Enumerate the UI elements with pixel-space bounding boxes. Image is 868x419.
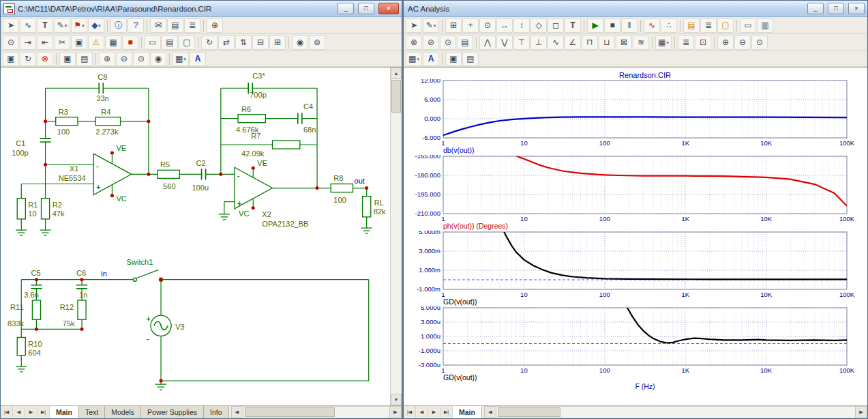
component-r8[interactable]: R8 100 [331,174,353,203]
restore-button[interactable]: □ [828,3,844,14]
clipboard-icon[interactable]: ▦▾ [655,35,672,50]
component-r5[interactable]: R5 560 [158,160,179,190]
scroll-left-button[interactable]: ◀ [231,406,243,418]
scroll-right-button[interactable]: ▶ [855,406,867,418]
close-button[interactable]: × [848,3,865,14]
frame-icon[interactable]: ▢ [179,35,195,50]
info-button[interactable]: ⓘ [110,18,127,33]
schematic-titlebar[interactable]: C:\MC11\DATA\Petrov\RIAA\Parasound\Renar… [1,1,402,17]
zoom-area-icon[interactable]: ⊕ [207,18,223,33]
svg-text:VC[interactable]: VC [239,210,249,218]
svg-text:VC[interactable]: VC [116,194,126,203]
component-menu-icon[interactable]: ◆▾ [88,18,104,33]
component-r4[interactable]: R4 2.273k [95,108,120,136]
tab-power-supplies[interactable]: Power Supplies [141,406,204,418]
component-c5[interactable]: C5 3.6n [24,269,42,299]
redraw-icon[interactable]: ↻ [20,52,36,66]
copy-icon[interactable]: ▣ [445,52,462,66]
minimize-button[interactable]: _ [338,3,354,14]
plot-gd-micro-label[interactable]: GD(v(out)) [443,373,867,382]
panel-icon[interactable]: ▭ [740,18,756,33]
component-r6[interactable]: R6 4.676k [236,105,265,134]
scrollbar-thumb[interactable] [391,80,401,113]
restore-button[interactable]: □ [358,3,374,14]
analysis-titlebar[interactable]: AC Analysis _ □ × [404,1,867,17]
performance-tag-icon[interactable]: ◇ [530,18,547,33]
list-icon[interactable]: ≣ [184,18,200,33]
graphics-menu-icon[interactable]: ✎▾ [423,18,439,33]
point-tag-icon[interactable]: ⊙ [479,18,496,33]
minimize-button[interactable]: _ [807,3,824,14]
shrink-icon[interactable]: ⊟ [252,35,269,50]
svg-text:VE[interactable]: VE [116,144,126,152]
flip-icon[interactable]: ⇅ [235,35,252,50]
numeric-output-icon[interactable]: ≣ [700,18,717,33]
animate-run-icon[interactable]: ⊙ [440,35,456,50]
font-button[interactable]: A [423,52,439,66]
last-tab-button[interactable]: ▶| [38,406,50,418]
next-tab-button[interactable]: ▶ [428,406,440,418]
scrollbar-thumb[interactable] [245,407,335,417]
step-into-icon[interactable]: ⇥ [20,35,36,50]
stop-icon[interactable]: ⊗ [37,52,53,66]
bottom-edge-icon[interactable]: ⊔ [599,35,615,50]
component-r2[interactable]: R2 47k [42,199,65,219]
plot-phase-canvas[interactable]: -165.000-180.000-195.000-210.0001101001K… [404,155,864,222]
scroll-up-button[interactable]: ▲ [391,68,402,79]
vertical-scrollbar[interactable]: ▲ ▼ [390,68,402,405]
new-page-icon[interactable]: ▭ [145,35,161,50]
component-rl[interactable]: RL 82k [363,197,386,217]
cut-icon[interactable]: ✂ [54,35,70,50]
find-next-icon[interactable]: ⊚ [309,35,325,50]
svg-text:VE[interactable]: VE [257,159,267,167]
tab-text[interactable]: Text [79,406,105,418]
reduce-data-icon[interactable]: ∿ [644,18,660,33]
wires[interactable] [21,88,368,381]
mirror-icon[interactable]: ⇄ [218,35,235,50]
plot-gd-micro-canvas[interactable]: 5.000u3.000u1.000u-1.000u-3.000u1101001K… [404,306,864,373]
plot-gd-milli-label[interactable]: GD(v(out)) [443,298,867,306]
scrollbar-track[interactable] [391,79,402,394]
page-list-icon[interactable]: ▤ [162,35,178,50]
paste-icon[interactable]: ▣ [71,35,87,50]
grid-dropdown-icon[interactable]: ▦▾ [406,52,422,66]
last-tab-button[interactable]: ▶| [440,406,453,418]
slope-icon[interactable]: ∠ [565,35,581,50]
watch-icon[interactable]: ▢ [717,18,734,33]
scrollbar-track[interactable] [496,406,855,418]
polygon-select-icon[interactable]: ◻ [548,18,564,33]
horizontal-tag-icon[interactable]: ↔ [496,18,513,33]
component-r1[interactable]: R1 10 [17,199,38,219]
color-icon[interactable]: ■ [122,35,138,50]
schematic-canvas[interactable]: C8 33n R3 100 R4 2.273k C1 100p - + [1,68,390,405]
prev-tab-button[interactable]: ◀ [416,406,428,418]
camera-icon[interactable]: ◉ [150,52,166,66]
report-icon[interactable]: ▤ [167,18,183,33]
scrollbar-track[interactable] [243,406,389,418]
horizontal-scrollbar[interactable]: ◀ ▶ [484,406,867,418]
valley-icon[interactable]: ⋁ [496,35,513,50]
prev-tab-button[interactable]: ◀ [13,406,25,418]
animate-stop-icon[interactable]: ⊗ [406,35,422,50]
step-over-icon[interactable]: ⇤ [37,35,53,50]
mail-icon[interactable]: ✉ [150,18,166,33]
select-tool[interactable]: ➤ [3,18,19,33]
component-c4[interactable]: C4 68n [298,102,316,134]
vertical-tag-icon[interactable]: ↕ [513,18,530,33]
curve-gd-v-out-[interactable] [500,231,847,279]
enable-icon[interactable]: ⊙ [3,35,19,50]
pause-button[interactable]: ‖ [621,18,638,33]
low-icon[interactable]: ⊥ [530,35,547,50]
animate-wait-icon[interactable]: ⊘ [423,35,439,50]
inflection-icon[interactable]: ∿ [548,35,564,50]
grid-icon[interactable]: ▦ [105,35,121,50]
graphics-tool[interactable]: ✎▾ [54,18,70,33]
next-tab-button[interactable]: ▶ [25,406,38,418]
zoom-percent-icon[interactable]: ⊙ [133,52,149,66]
flag-tool[interactable]: ⚑▾ [71,18,87,33]
component-switch1[interactable]: Switch1 in [101,258,162,282]
high-icon[interactable]: ⊤ [513,35,530,50]
component-c3[interactable]: C3* 700p [248,72,267,99]
scroll-down-button[interactable]: ▼ [391,394,402,405]
tab-info[interactable]: Info [204,406,229,418]
